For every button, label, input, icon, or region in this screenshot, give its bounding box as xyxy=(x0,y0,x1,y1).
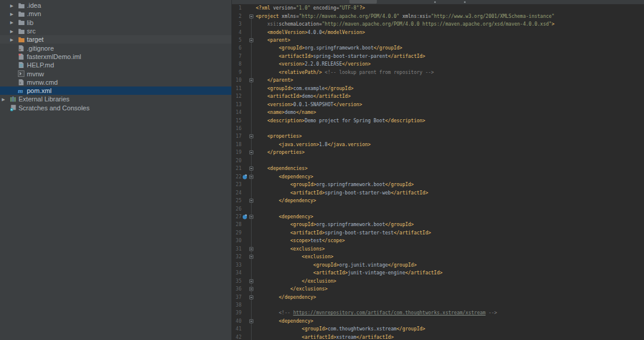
tree-item-external-libraries[interactable]: ▶External Libraries xyxy=(0,95,231,103)
fold-marker-icon[interactable] xyxy=(248,199,255,203)
chevron-right-icon[interactable]: ▶ xyxy=(10,38,18,42)
code-line[interactable]: 17 <properties> xyxy=(232,132,644,140)
fold-marker-icon[interactable] xyxy=(248,319,255,323)
tree-item-fasterxmldemo-iml[interactable]: fasterxmlDemo.iml xyxy=(0,52,231,61)
folder-icon xyxy=(18,2,26,9)
code-line[interactable]: 35 </exclusion> xyxy=(232,277,644,285)
line-number: 9 xyxy=(232,70,242,75)
code-line[interactable]: 29 <artifactId>spring-boot-starter-test<… xyxy=(232,229,644,237)
code-text: <!-- https://mvnrepository.com/artifact/… xyxy=(255,310,497,316)
maven-dependency-gutter-icon[interactable] xyxy=(242,174,248,180)
code-line[interactable]: 27 <dependency> xyxy=(232,213,644,221)
code-line[interactable]: 30 <scope>test</scope> xyxy=(232,237,644,245)
code-line[interactable]: 24 <artifactId>spring-boot-starter-web</… xyxy=(232,188,644,196)
line-number: 40 xyxy=(232,319,242,324)
line-number: 26 xyxy=(232,206,242,212)
code-line[interactable]: 25 </dependency> xyxy=(232,197,644,205)
tree-item-mvnw[interactable]: mvnw xyxy=(0,69,231,78)
code-line[interactable]: 5 <parent> xyxy=(232,36,644,44)
code-line[interactable]: 40 <dependency> xyxy=(232,317,644,325)
code-line[interactable]: 1<?xml version="1.0" encoding="UTF-8"?> xyxy=(232,4,644,12)
code-line[interactable]: 20 xyxy=(232,157,644,165)
code-line[interactable]: 13 <version>0.0.1-SNAPSHOT</version> xyxy=(232,100,644,108)
line-number: 10 xyxy=(232,78,242,83)
fold-marker-icon[interactable] xyxy=(248,134,255,138)
code-line[interactable]: 3 xsi:schemaLocation="http://maven.apach… xyxy=(232,20,644,28)
code-line[interactable]: 21 <dependencies> xyxy=(232,165,644,172)
code-line[interactable]: 2<project xmlns="http://maven.apache.org… xyxy=(232,12,644,20)
fold-marker-icon[interactable] xyxy=(248,78,255,82)
code-text: <groupId>com.example</groupId> xyxy=(255,86,354,91)
chevron-right-icon[interactable]: ▶ xyxy=(10,4,18,8)
tree-item-lib[interactable]: ▶lib xyxy=(0,18,231,27)
chevron-right-icon[interactable]: ▶ xyxy=(10,12,18,16)
fold-marker-icon[interactable] xyxy=(248,14,255,18)
code-line[interactable]: 36 </exclusions> xyxy=(232,285,644,293)
code-line[interactable]: 26 xyxy=(232,205,644,212)
code-line[interactable]: 22 <dependency> xyxy=(232,173,644,181)
code-line[interactable]: 32 <exclusion> xyxy=(232,253,644,261)
code-line[interactable]: 9 <relativePath/> <!-- lookup parent fro… xyxy=(232,69,644,76)
line-number: 32 xyxy=(232,254,242,259)
code-line[interactable]: 8 <version>2.2.0.RELEASE</version> xyxy=(232,60,644,68)
code-area[interactable]: 1<?xml version="1.0" encoding="UTF-8"?>2… xyxy=(232,4,644,340)
code-text: <version>2.2.0.RELEASE</version> xyxy=(255,61,371,67)
chevron-right-icon[interactable]: ▶ xyxy=(10,29,18,33)
code-line[interactable]: 41 <groupId>com.thoughtworks.xstream</gr… xyxy=(232,325,644,333)
libraries-icon xyxy=(10,95,18,103)
tree-item-label: mvnw xyxy=(26,70,44,78)
fold-marker-icon[interactable] xyxy=(248,215,255,219)
code-line[interactable]: 19 </properties> xyxy=(232,149,644,156)
code-line[interactable]: 37 </dependency> xyxy=(232,293,644,301)
code-line[interactable]: 38 xyxy=(232,301,644,309)
code-line[interactable]: 16 xyxy=(232,125,644,132)
code-text: <dependencies> xyxy=(255,166,308,171)
line-number: 35 xyxy=(232,279,242,284)
chevron-right-icon[interactable]: ▶ xyxy=(10,20,18,24)
tree-item-label: target xyxy=(26,36,44,43)
code-line[interactable]: 23 <groupId>org.springframework.boot</gr… xyxy=(232,181,644,188)
maven-dependency-gutter-icon[interactable] xyxy=(242,214,248,220)
code-line[interactable]: 14 <name>demo</name> xyxy=(232,109,644,116)
tree-item-gitignore[interactable]: .gitignore xyxy=(0,44,231,52)
fold-marker-icon[interactable] xyxy=(248,287,255,291)
fold-marker-icon[interactable] xyxy=(248,247,255,251)
fold-marker-icon[interactable] xyxy=(248,38,255,42)
code-line[interactable]: 42 <artifactId>xstream</artifactId> xyxy=(232,333,644,340)
fold-marker-icon[interactable] xyxy=(248,295,255,299)
tree-item-help-md[interactable]: HELP.md xyxy=(0,61,231,69)
code-line[interactable]: 15 <description>Demo project for Spring … xyxy=(232,116,644,124)
code-text: <?xml version="1.0" encoding="UTF-8"?> xyxy=(255,5,365,11)
comment-link[interactable]: https://mvnrepository.com/artifact/com.t… xyxy=(293,310,486,316)
code-line[interactable]: 11 <groupId>com.example</groupId> xyxy=(232,85,644,92)
code-line[interactable]: 34 <artifactId>junit-vintage-engine</art… xyxy=(232,269,644,277)
tree-item-mvn[interactable]: ▶.mvn xyxy=(0,10,231,18)
code-line[interactable]: 6 <groupId>org.springframework.boot</gro… xyxy=(232,44,644,52)
tree-item-pom-xml[interactable]: mpom.xml xyxy=(0,86,231,95)
tree-item-src[interactable]: ▶src xyxy=(0,27,231,35)
code-line[interactable]: 4 <modelVersion>4.0.0</modelVersion> xyxy=(232,28,644,36)
fold-marker-icon[interactable] xyxy=(248,255,255,259)
code-line[interactable]: 12 <artifactId>demo</artifactId> xyxy=(232,92,644,100)
chevron-right-icon[interactable]: ▶ xyxy=(2,97,10,101)
tree-item-target[interactable]: ▶target xyxy=(0,35,231,44)
code-text: <modelVersion>4.0.0</modelVersion> xyxy=(255,30,365,35)
code-text: <version>0.0.1-SNAPSHOT</version> xyxy=(255,102,362,107)
code-line[interactable]: 33 <groupId>org.junit.vintage</groupId> xyxy=(232,261,644,269)
code-line[interactable]: 10 </parent> xyxy=(232,76,644,84)
code-line[interactable]: 31 <exclusions> xyxy=(232,245,644,253)
fold-marker-icon[interactable] xyxy=(248,166,255,171)
line-number: 8 xyxy=(232,61,242,67)
code-line[interactable]: 28 <groupId>org.springframework.boot</gr… xyxy=(232,221,644,228)
tree-item-idea[interactable]: ▶.idea xyxy=(0,1,231,10)
folder-icon xyxy=(18,19,26,26)
code-line[interactable]: 18 <java.version>1.8</java.version> xyxy=(232,141,644,149)
fold-marker-icon[interactable] xyxy=(248,175,255,179)
fold-marker-icon[interactable] xyxy=(248,150,255,154)
tree-item-scratches-and-consoles[interactable]: Scratches and Consoles xyxy=(0,104,231,112)
tree-item-mvnw-cmd[interactable]: mvnw.cmd xyxy=(0,78,231,86)
code-line[interactable]: 7 <artifactId>spring-boot-starter-parent… xyxy=(232,52,644,60)
code-line[interactable]: 39 <!-- https://mvnrepository.com/artifa… xyxy=(232,309,644,317)
fold-marker-icon[interactable] xyxy=(248,279,255,283)
code-text: <artifactId>xstream</artifactId> xyxy=(255,335,394,340)
